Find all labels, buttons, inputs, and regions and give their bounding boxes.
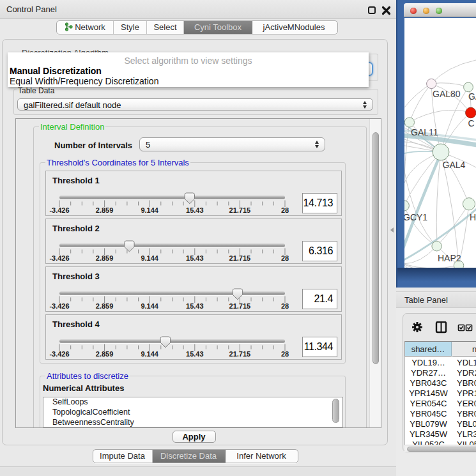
svg-text:GCY1: GCY1: [404, 212, 427, 222]
svg-text:H: H: [470, 212, 476, 222]
svg-text:C: C: [468, 118, 475, 128]
svg-text:GAL80: GAL80: [433, 89, 461, 99]
svg-text:HAP2: HAP2: [438, 253, 461, 263]
svg-text:GAL4: GAL4: [443, 160, 466, 170]
svg-text:GA: GA: [468, 91, 476, 102]
svg-text:GAL11: GAL11: [411, 127, 438, 137]
